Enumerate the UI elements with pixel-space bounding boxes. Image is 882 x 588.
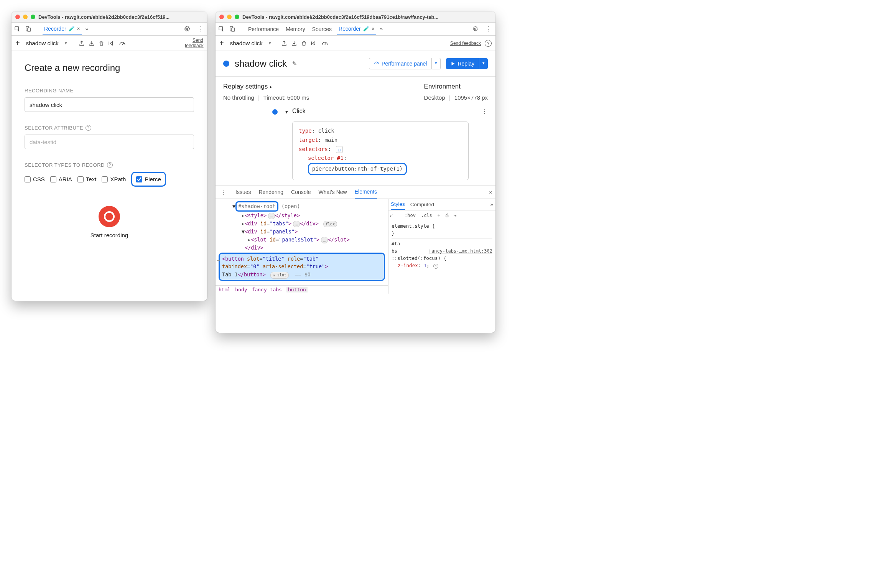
styles-tab-styles[interactable]: Styles [391,199,405,210]
minimize-dot[interactable] [227,15,232,19]
recorder-toolbar: + shadow click ▾ Send feedback ? [216,36,495,51]
crumb-html[interactable]: html [219,287,230,292]
create-recording-panel: Create a new recording RECORDING NAME SE… [12,51,207,250]
recording-name: shadow click [26,40,59,46]
gear-icon[interactable] [182,26,192,32]
kebab-icon[interactable]: ⋮ [196,25,205,33]
close-dot[interactable] [15,15,20,19]
kebab-icon[interactable]: ⋮ [482,108,488,115]
recording-name-input[interactable] [25,97,194,112]
select-element-icon[interactable]: ⬚ [336,146,343,153]
speed-icon[interactable] [119,41,126,46]
step-details: type: click target: main selectors: ⬚ se… [292,122,469,180]
chevron-down-icon[interactable]: ▾ [479,58,488,69]
help-icon[interactable]: ? [86,125,91,131]
zoom-dot[interactable] [31,15,35,19]
import-icon[interactable] [291,40,297,46]
selected-dom-node[interactable]: … <button slot="title" role="tab" tabind… [219,253,385,281]
help-icon[interactable]: ? [485,40,492,47]
drawer-tab-elements[interactable]: Elements [355,186,377,199]
check-pierce[interactable]: Pierce [131,172,166,187]
dimensions-value: 1095×778 px [454,94,488,101]
device-toggle-icon[interactable] [229,26,235,33]
inspect-icon[interactable] [14,26,21,33]
more-tabs-icon[interactable]: » [490,202,493,207]
drawer-tab-rendering[interactable]: Rendering [258,186,283,199]
titlebar: DevTools - rawgit.com/ebidel/2d2bb0cdec3… [216,11,495,23]
dom-tree[interactable]: ▼#shadow-root (open) ▸<style>…</style> ▸… [216,199,388,285]
trash-icon[interactable] [99,40,104,46]
import-icon[interactable] [89,40,95,46]
step-icon[interactable] [108,41,115,46]
close-tab-icon[interactable]: × [372,26,375,32]
export-icon[interactable] [79,40,85,46]
style-rules[interactable]: element.style { } #tabs fancy-tabs-…mo.h… [388,221,495,271]
hov-button[interactable]: :hov [403,213,417,218]
tab-memory[interactable]: Memory [284,23,307,35]
send-feedback-link[interactable]: Send feedback [450,41,481,46]
selector-attribute-input[interactable] [25,135,194,149]
zoom-dot[interactable] [235,15,239,19]
step-icon[interactable] [311,41,318,46]
styles-pane: Styles Computed » :hov .cls + ⎙ ⇥ elemen… [388,199,495,294]
check-xpath[interactable]: XPath [102,176,126,182]
tab-performance[interactable]: Performance [247,23,280,35]
new-recording-icon[interactable]: + [219,39,224,48]
computed-styles-icon[interactable]: ⎙ [444,213,450,218]
styles-filter-row: :hov .cls + ⎙ ⇥ [388,210,495,221]
device-toggle-icon[interactable] [25,26,31,33]
flask-icon: 🧪 [69,26,75,31]
send-feedback-link[interactable]: Send feedback [185,38,203,48]
chevron-down-icon[interactable]: ▾ [432,58,441,69]
drawer-tab-console[interactable]: Console [291,186,311,199]
replay-settings-heading[interactable]: Replay settings ▸ [223,83,309,90]
crumb-fancy-tabs[interactable]: fancy-tabs [252,287,282,292]
drawer-tab-whats-new[interactable]: What's New [318,186,347,199]
help-icon[interactable]: ? [107,162,113,168]
drawer: ⋮ Issues Rendering Console What's New El… [216,186,495,294]
inspect-icon[interactable] [218,26,225,33]
more-tabs-icon[interactable]: » [86,26,88,32]
check-css[interactable]: CSS [25,176,45,182]
chevron-down-icon[interactable]: ▾ [269,41,271,46]
disclosure-icon[interactable]: ▼ [285,110,289,114]
crumb-body[interactable]: body [235,287,247,292]
speed-icon[interactable] [321,41,328,46]
trash-icon[interactable] [301,40,307,46]
more-tabs-icon[interactable]: » [380,26,383,32]
drawer-tab-issues[interactable]: Issues [235,186,251,199]
gear-icon[interactable] [471,26,480,32]
crumb-button[interactable]: button [286,287,308,292]
tab-recorder[interactable]: Recorder 🧪 × [43,23,82,35]
info-icon[interactable]: i [433,264,438,269]
check-aria[interactable]: ARIA [50,176,72,182]
new-rule-icon[interactable]: + [436,213,442,218]
window-title: DevTools - rawgit.com/ebidel/2d2bb0cdec3… [38,14,169,20]
environment-heading: Environment [424,83,488,90]
svg-point-3 [186,28,188,30]
close-tab-icon[interactable]: × [77,26,80,32]
edit-icon[interactable]: ✎ [292,60,297,67]
close-dot[interactable] [219,15,224,19]
kebab-icon[interactable]: ⋮ [219,189,228,196]
minimize-dot[interactable] [23,15,28,19]
performance-panel-button[interactable]: Performance panel ▾ [369,58,441,69]
source-link[interactable]: fancy-tabs-…mo.html:302 [429,248,492,255]
recording-header: shadow click ✎ Performance panel ▾ Repla… [216,51,495,76]
chevron-down-icon[interactable]: ▾ [65,41,67,46]
styles-tab-computed[interactable]: Computed [410,202,434,207]
tab-recorder[interactable]: Recorder 🧪 × [337,23,376,35]
dom-breadcrumbs[interactable]: html body fancy-tabs button [216,285,388,294]
tab-sources[interactable]: Sources [311,23,333,35]
export-icon[interactable] [281,40,287,46]
check-text[interactable]: Text [77,176,97,182]
record-button[interactable] [99,206,120,227]
new-recording-icon[interactable]: + [15,39,20,48]
replay-button[interactable]: Replay ▾ [446,58,488,69]
kebab-icon[interactable]: ⋮ [484,25,493,33]
toggle-sidebar-icon[interactable]: ⇥ [452,213,458,218]
styles-filter-input[interactable] [390,213,401,218]
cls-button[interactable]: .cls [420,213,434,218]
close-drawer-icon[interactable]: × [489,189,492,195]
throttling-value: No throttling [223,94,254,101]
